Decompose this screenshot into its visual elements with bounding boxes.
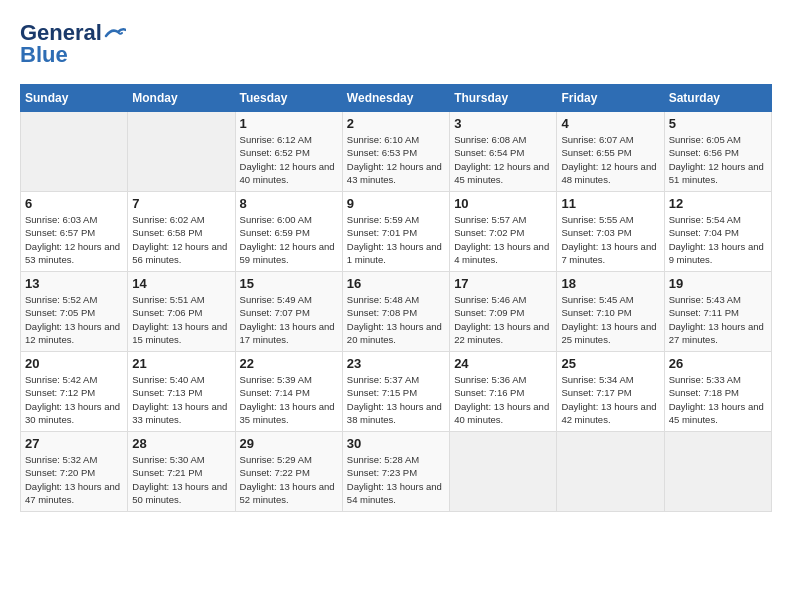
- calendar-header-row: SundayMondayTuesdayWednesdayThursdayFrid…: [21, 85, 772, 112]
- day-info: Sunrise: 5:34 AM Sunset: 7:17 PM Dayligh…: [561, 373, 659, 426]
- sunrise-label: Sunrise: 5:40 AM: [132, 374, 204, 385]
- sunrise-label: Sunrise: 5:37 AM: [347, 374, 419, 385]
- sunrise-label: Sunrise: 6:03 AM: [25, 214, 97, 225]
- sunrise-label: Sunrise: 5:39 AM: [240, 374, 312, 385]
- day-number: 2: [347, 116, 445, 131]
- sunrise-label: Sunrise: 5:54 AM: [669, 214, 741, 225]
- calendar-cell: 21 Sunrise: 5:40 AM Sunset: 7:13 PM Dayl…: [128, 352, 235, 432]
- sunset-label: Sunset: 7:17 PM: [561, 387, 631, 398]
- sunset-label: Sunset: 7:20 PM: [25, 467, 95, 478]
- daylight-label: Daylight: 13 hours and 27 minutes.: [669, 321, 764, 345]
- day-info: Sunrise: 6:12 AM Sunset: 6:52 PM Dayligh…: [240, 133, 338, 186]
- calendar-cell: 9 Sunrise: 5:59 AM Sunset: 7:01 PM Dayli…: [342, 192, 449, 272]
- sunset-label: Sunset: 7:23 PM: [347, 467, 417, 478]
- calendar-cell: 1 Sunrise: 6:12 AM Sunset: 6:52 PM Dayli…: [235, 112, 342, 192]
- day-info: Sunrise: 5:32 AM Sunset: 7:20 PM Dayligh…: [25, 453, 123, 506]
- page-header: General Blue: [20, 20, 772, 68]
- col-header-monday: Monday: [128, 85, 235, 112]
- day-number: 24: [454, 356, 552, 371]
- calendar-cell: [664, 432, 771, 512]
- day-info: Sunrise: 5:29 AM Sunset: 7:22 PM Dayligh…: [240, 453, 338, 506]
- day-number: 10: [454, 196, 552, 211]
- daylight-label: Daylight: 12 hours and 51 minutes.: [669, 161, 764, 185]
- day-number: 15: [240, 276, 338, 291]
- sunset-label: Sunset: 7:13 PM: [132, 387, 202, 398]
- calendar-cell: 14 Sunrise: 5:51 AM Sunset: 7:06 PM Dayl…: [128, 272, 235, 352]
- calendar-cell: 13 Sunrise: 5:52 AM Sunset: 7:05 PM Dayl…: [21, 272, 128, 352]
- calendar-week-row: 13 Sunrise: 5:52 AM Sunset: 7:05 PM Dayl…: [21, 272, 772, 352]
- sunrise-label: Sunrise: 5:32 AM: [25, 454, 97, 465]
- calendar-cell: 19 Sunrise: 5:43 AM Sunset: 7:11 PM Dayl…: [664, 272, 771, 352]
- sunset-label: Sunset: 7:16 PM: [454, 387, 524, 398]
- day-number: 1: [240, 116, 338, 131]
- daylight-label: Daylight: 13 hours and 25 minutes.: [561, 321, 656, 345]
- day-info: Sunrise: 5:54 AM Sunset: 7:04 PM Dayligh…: [669, 213, 767, 266]
- calendar-cell: 2 Sunrise: 6:10 AM Sunset: 6:53 PM Dayli…: [342, 112, 449, 192]
- sunset-label: Sunset: 7:18 PM: [669, 387, 739, 398]
- logo: General Blue: [20, 20, 126, 68]
- sunrise-label: Sunrise: 6:12 AM: [240, 134, 312, 145]
- sunrise-label: Sunrise: 5:28 AM: [347, 454, 419, 465]
- calendar-cell: 10 Sunrise: 5:57 AM Sunset: 7:02 PM Dayl…: [450, 192, 557, 272]
- sunset-label: Sunset: 6:55 PM: [561, 147, 631, 158]
- day-number: 26: [669, 356, 767, 371]
- sunrise-label: Sunrise: 6:05 AM: [669, 134, 741, 145]
- sunset-label: Sunset: 7:14 PM: [240, 387, 310, 398]
- col-header-saturday: Saturday: [664, 85, 771, 112]
- day-number: 5: [669, 116, 767, 131]
- day-info: Sunrise: 5:48 AM Sunset: 7:08 PM Dayligh…: [347, 293, 445, 346]
- daylight-label: Daylight: 13 hours and 12 minutes.: [25, 321, 120, 345]
- sunrise-label: Sunrise: 5:49 AM: [240, 294, 312, 305]
- day-number: 27: [25, 436, 123, 451]
- daylight-label: Daylight: 13 hours and 22 minutes.: [454, 321, 549, 345]
- daylight-label: Daylight: 12 hours and 56 minutes.: [132, 241, 227, 265]
- day-info: Sunrise: 6:00 AM Sunset: 6:59 PM Dayligh…: [240, 213, 338, 266]
- day-number: 13: [25, 276, 123, 291]
- sunrise-label: Sunrise: 6:07 AM: [561, 134, 633, 145]
- day-info: Sunrise: 5:51 AM Sunset: 7:06 PM Dayligh…: [132, 293, 230, 346]
- calendar-week-row: 1 Sunrise: 6:12 AM Sunset: 6:52 PM Dayli…: [21, 112, 772, 192]
- calendar-week-row: 27 Sunrise: 5:32 AM Sunset: 7:20 PM Dayl…: [21, 432, 772, 512]
- calendar-cell: 16 Sunrise: 5:48 AM Sunset: 7:08 PM Dayl…: [342, 272, 449, 352]
- daylight-label: Daylight: 13 hours and 50 minutes.: [132, 481, 227, 505]
- day-info: Sunrise: 5:59 AM Sunset: 7:01 PM Dayligh…: [347, 213, 445, 266]
- calendar-cell: 17 Sunrise: 5:46 AM Sunset: 7:09 PM Dayl…: [450, 272, 557, 352]
- day-number: 21: [132, 356, 230, 371]
- calendar-cell: 20 Sunrise: 5:42 AM Sunset: 7:12 PM Dayl…: [21, 352, 128, 432]
- day-number: 9: [347, 196, 445, 211]
- sunset-label: Sunset: 6:57 PM: [25, 227, 95, 238]
- sunset-label: Sunset: 7:05 PM: [25, 307, 95, 318]
- daylight-label: Daylight: 13 hours and 40 minutes.: [454, 401, 549, 425]
- sunrise-label: Sunrise: 5:33 AM: [669, 374, 741, 385]
- sunset-label: Sunset: 7:02 PM: [454, 227, 524, 238]
- sunset-label: Sunset: 6:53 PM: [347, 147, 417, 158]
- daylight-label: Daylight: 13 hours and 30 minutes.: [25, 401, 120, 425]
- daylight-label: Daylight: 13 hours and 38 minutes.: [347, 401, 442, 425]
- sunset-label: Sunset: 7:15 PM: [347, 387, 417, 398]
- daylight-label: Daylight: 13 hours and 35 minutes.: [240, 401, 335, 425]
- calendar-cell: 5 Sunrise: 6:05 AM Sunset: 6:56 PM Dayli…: [664, 112, 771, 192]
- sunset-label: Sunset: 7:06 PM: [132, 307, 202, 318]
- sunrise-label: Sunrise: 5:55 AM: [561, 214, 633, 225]
- day-info: Sunrise: 6:02 AM Sunset: 6:58 PM Dayligh…: [132, 213, 230, 266]
- day-info: Sunrise: 6:05 AM Sunset: 6:56 PM Dayligh…: [669, 133, 767, 186]
- day-info: Sunrise: 5:30 AM Sunset: 7:21 PM Dayligh…: [132, 453, 230, 506]
- calendar-cell: 6 Sunrise: 6:03 AM Sunset: 6:57 PM Dayli…: [21, 192, 128, 272]
- calendar-cell: [450, 432, 557, 512]
- calendar-cell: 8 Sunrise: 6:00 AM Sunset: 6:59 PM Dayli…: [235, 192, 342, 272]
- calendar-cell: 11 Sunrise: 5:55 AM Sunset: 7:03 PM Dayl…: [557, 192, 664, 272]
- daylight-label: Daylight: 12 hours and 45 minutes.: [454, 161, 549, 185]
- sunrise-label: Sunrise: 5:30 AM: [132, 454, 204, 465]
- day-info: Sunrise: 5:57 AM Sunset: 7:02 PM Dayligh…: [454, 213, 552, 266]
- calendar-cell: [128, 112, 235, 192]
- logo-bird-icon: [104, 26, 126, 40]
- daylight-label: Daylight: 13 hours and 9 minutes.: [669, 241, 764, 265]
- calendar-cell: 18 Sunrise: 5:45 AM Sunset: 7:10 PM Dayl…: [557, 272, 664, 352]
- daylight-label: Daylight: 12 hours and 53 minutes.: [25, 241, 120, 265]
- day-number: 19: [669, 276, 767, 291]
- calendar-cell: 29 Sunrise: 5:29 AM Sunset: 7:22 PM Dayl…: [235, 432, 342, 512]
- calendar-week-row: 6 Sunrise: 6:03 AM Sunset: 6:57 PM Dayli…: [21, 192, 772, 272]
- daylight-label: Daylight: 13 hours and 45 minutes.: [669, 401, 764, 425]
- sunrise-label: Sunrise: 5:45 AM: [561, 294, 633, 305]
- sunset-label: Sunset: 7:10 PM: [561, 307, 631, 318]
